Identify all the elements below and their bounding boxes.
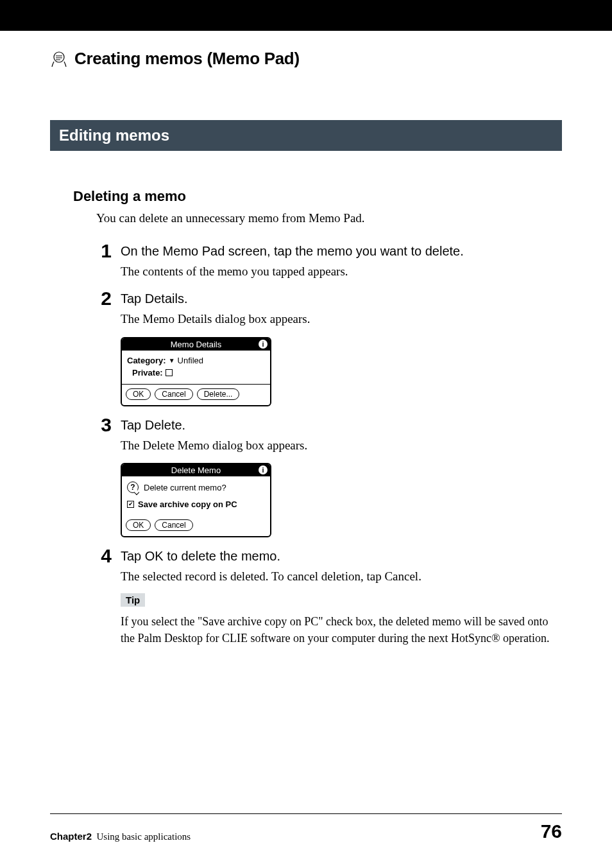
archive-label: Save archive copy on PC [138,499,237,509]
dialog-title-bar: Delete Memo i [122,464,270,476]
category-label: Category: [127,356,166,365]
delete-button[interactable]: Delete... [197,388,240,400]
step-number: 2 [96,289,112,308]
section-heading: Editing memos [50,120,562,151]
page-number: 76 [541,820,562,842]
question-icon: ? [127,482,139,493]
step-2: 2 Tap Details. The Memo Details dialog b… [96,289,562,406]
step-body: The contents of the memo you tapped appe… [121,263,562,281]
step-4: 4 Tap OK to delete the memo. The selecte… [96,546,562,647]
svg-point-0 [54,52,64,62]
page-title-row: Creating memos (Memo Pad) [50,49,562,69]
step-title: Tap OK to delete the memo. [121,549,280,564]
step-1: 1 On the Memo Pad screen, tap the memo y… [96,241,562,281]
footer-chapter: Chapter2 [50,831,92,842]
step-title: Tap Details. [121,291,188,306]
step-body: The Delete Memo dialog box appears. [121,437,562,455]
page-title: Creating memos (Memo Pad) [74,49,300,69]
memo-details-dialog: Memo Details i Category: ▼ Unfiled Priva… [121,337,271,406]
ok-button[interactable]: OK [126,519,151,531]
step-body: The selected record is deleted. To cance… [121,568,562,586]
step-title: On the Memo Pad screen, tap the memo you… [121,244,464,259]
dropdown-icon[interactable]: ▼ [169,357,175,364]
dialog-title-text: Memo Details [171,340,221,349]
memo-pad-icon [50,50,68,68]
info-icon[interactable]: i [259,340,268,349]
ok-button[interactable]: OK [126,388,151,400]
cancel-button[interactable]: Cancel [155,519,192,531]
dialog-title-bar: Memo Details i [122,338,270,351]
step-body: The Memo Details dialog box appears. [121,311,562,328]
step-number: 1 [96,241,112,261]
private-label: Private: [132,368,163,378]
step-3: 3 Tap Delete. The Delete Memo dialog box… [96,415,562,538]
footer-title: Using basic applications [97,831,191,842]
cancel-button[interactable]: Cancel [155,388,192,400]
tip-text: If you select the "Save archive copy on … [121,613,562,647]
page-footer: Chapter2 Using basic applications 76 [50,813,562,842]
private-checkbox[interactable] [166,369,173,376]
step-number: 4 [96,546,112,566]
info-icon[interactable]: i [259,465,268,474]
category-value[interactable]: Unfiled [178,356,203,365]
dialog-title-text: Delete Memo [171,465,221,475]
step-number: 3 [96,415,112,435]
intro-text: You can delete an unnecessary memo from … [96,210,562,227]
delete-question: Delete current memo? [144,483,226,492]
archive-checkbox[interactable]: ✔ [127,501,134,508]
subheading: Deleting a memo [73,188,562,205]
top-black-bar [0,0,612,31]
tip-label: Tip [121,593,145,607]
step-title: Tap Delete. [121,418,185,433]
delete-memo-dialog: Delete Memo i ? Delete current memo? ✔ S… [121,463,271,537]
